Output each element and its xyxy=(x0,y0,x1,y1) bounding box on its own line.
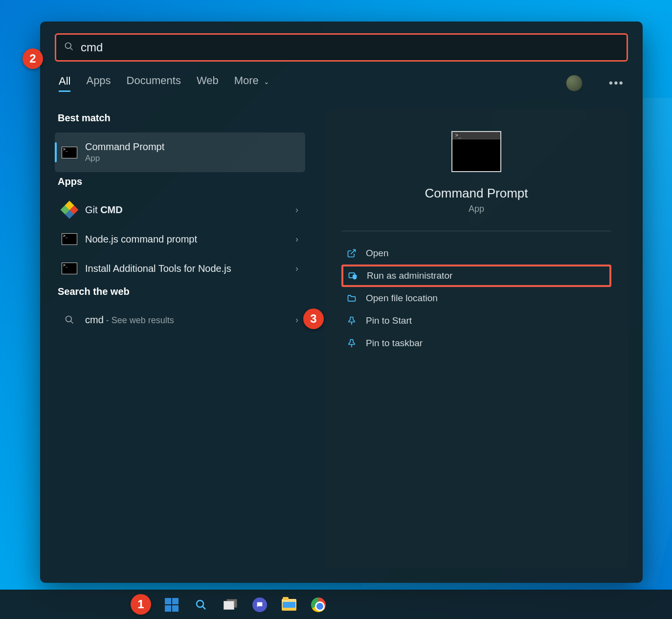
start-menu-panel: All Apps Documents Web More ⌄ ••• Best m… xyxy=(40,22,643,583)
open-external-icon xyxy=(346,248,357,259)
admin-shield-icon xyxy=(347,270,358,281)
user-avatar[interactable] xyxy=(566,75,582,91)
svg-point-2 xyxy=(66,316,72,322)
action-pin-to-start[interactable]: Pin to Start xyxy=(341,310,611,332)
result-best-match[interactable]: Command Prompt App xyxy=(55,133,305,172)
results-body: Best match Command Prompt App Apps Git C… xyxy=(55,109,628,568)
preview-app-icon xyxy=(451,131,501,172)
tabs-row: All Apps Documents Web More ⌄ ••• xyxy=(55,74,628,92)
git-icon xyxy=(62,202,77,218)
action-label: Open xyxy=(366,248,388,259)
results-left-column: Best match Command Prompt App Apps Git C… xyxy=(55,109,305,568)
annotation-badge-2: 2 xyxy=(22,48,43,69)
chevron-right-icon: › xyxy=(295,315,298,325)
cmd-icon xyxy=(62,261,77,276)
result-title: Install Additional Tools for Node.js xyxy=(85,263,295,274)
search-icon xyxy=(62,312,77,328)
pin-icon xyxy=(346,338,357,349)
tab-apps[interactable]: Apps xyxy=(86,74,111,92)
chevron-right-icon: › xyxy=(295,264,298,274)
action-label: Run as administrator xyxy=(367,270,452,281)
tab-documents[interactable]: Documents xyxy=(127,74,181,92)
folder-icon xyxy=(282,599,296,611)
svg-point-7 xyxy=(197,600,203,607)
taskbar-chat[interactable] xyxy=(248,594,271,616)
start-button[interactable] xyxy=(160,594,183,616)
action-open[interactable]: Open xyxy=(341,242,611,265)
chevron-down-icon: ⌄ xyxy=(264,78,269,86)
section-best-match-label: Best match xyxy=(58,112,305,124)
task-view-icon xyxy=(224,599,237,611)
preview-title: Command Prompt xyxy=(341,186,611,201)
tab-all[interactable]: All xyxy=(59,75,70,92)
tab-more-label: More xyxy=(234,74,259,87)
result-text: Command Prompt App xyxy=(85,141,298,163)
cmd-icon xyxy=(62,145,77,160)
action-open-file-location[interactable]: Open file location xyxy=(341,287,611,310)
svg-line-8 xyxy=(202,606,205,609)
folder-icon xyxy=(346,293,357,304)
divider xyxy=(341,231,611,231)
search-row xyxy=(55,33,628,62)
result-text: Git CMD xyxy=(85,204,295,216)
windows-logo-icon xyxy=(165,598,179,612)
action-run-as-admin[interactable]: Run as administrator xyxy=(341,265,611,287)
result-text: cmd - See web results xyxy=(85,314,295,326)
taskbar xyxy=(0,590,672,619)
chevron-right-icon: › xyxy=(295,234,298,244)
action-pin-to-taskbar[interactable]: Pin to taskbar xyxy=(341,332,611,354)
chat-icon xyxy=(252,597,267,612)
annotation-badge-3: 3 xyxy=(303,309,324,329)
result-web-search[interactable]: cmd - See web results › xyxy=(55,306,305,333)
section-web-label: Search the web xyxy=(58,286,305,297)
result-title: cmd - See web results xyxy=(85,314,295,326)
action-label: Pin to Start xyxy=(366,315,412,326)
result-text: Node.js command prompt xyxy=(85,234,295,245)
action-label: Open file location xyxy=(366,293,438,304)
svg-point-0 xyxy=(66,43,71,49)
preview-subtitle: App xyxy=(341,204,611,214)
result-title: Git CMD xyxy=(85,204,295,216)
action-label: Pin to taskbar xyxy=(366,338,423,349)
svg-line-1 xyxy=(70,48,73,50)
taskbar-file-explorer[interactable] xyxy=(278,594,300,616)
more-options-button[interactable]: ••• xyxy=(609,76,624,90)
svg-line-3 xyxy=(71,321,73,324)
taskbar-task-view[interactable] xyxy=(219,594,242,616)
result-text: Install Additional Tools for Node.js xyxy=(85,263,295,274)
taskbar-chrome[interactable] xyxy=(307,594,330,616)
search-input[interactable] xyxy=(81,41,619,54)
tab-more[interactable]: More ⌄ xyxy=(234,74,269,92)
result-title: Command Prompt xyxy=(85,141,298,153)
preview-header: Command Prompt App xyxy=(341,131,611,214)
preview-panel: Command Prompt App Open Run as administr… xyxy=(325,109,628,568)
search-box[interactable] xyxy=(55,33,628,62)
result-subtitle: App xyxy=(85,154,298,163)
taskbar-search-button[interactable] xyxy=(190,594,212,616)
tab-web[interactable]: Web xyxy=(197,74,219,92)
search-icon xyxy=(64,42,74,53)
result-title: Node.js command prompt xyxy=(85,234,295,245)
chrome-icon xyxy=(311,597,326,612)
cmd-icon xyxy=(62,231,77,247)
section-apps-label: Apps xyxy=(58,176,305,187)
result-app-git-cmd[interactable]: Git CMD › xyxy=(55,196,305,223)
chevron-right-icon: › xyxy=(295,205,298,215)
result-app-nodejs-tools[interactable]: Install Additional Tools for Node.js › xyxy=(55,255,305,282)
search-icon xyxy=(195,599,207,611)
result-app-nodejs-prompt[interactable]: Node.js command prompt › xyxy=(55,225,305,253)
annotation-badge-1: 1 xyxy=(131,594,151,615)
pin-icon xyxy=(346,315,357,326)
